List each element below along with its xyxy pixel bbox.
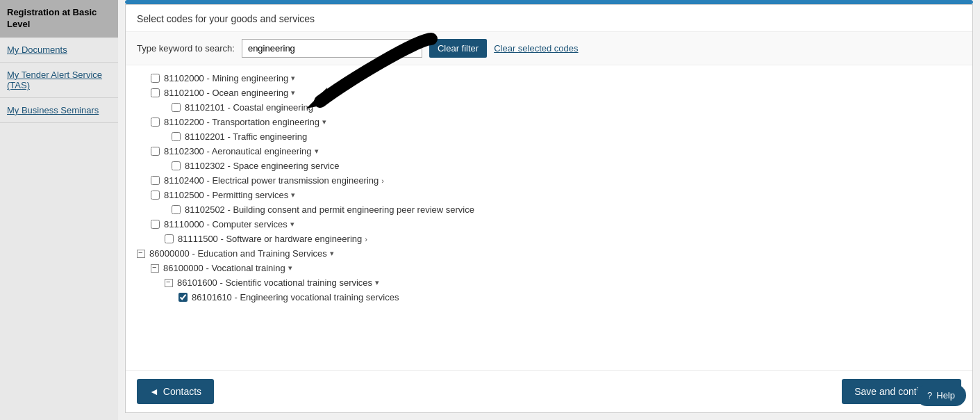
expand-icon-86101600[interactable]: ▾	[375, 278, 379, 287]
tree-item-81111500: 81111500 - Software or hardware engineer…	[137, 232, 961, 246]
expand-icon-81102100[interactable]: ▾	[291, 88, 295, 97]
clear-selected-codes-button[interactable]: Clear selected codes	[494, 43, 578, 54]
checkbox-86101610[interactable]	[178, 293, 188, 302]
section-header: Select codes for your goods and services	[126, 5, 972, 32]
sidebar-item-my-documents[interactable]: My Documents	[0, 38, 118, 63]
sidebar-title: Registration at Basic Level	[0, 0, 118, 38]
tree-item-81102500: 81102500 - Permitting services ▾	[137, 188, 961, 202]
checkbox-81102200[interactable]	[151, 118, 160, 127]
checkbox-81102300[interactable]	[151, 147, 160, 156]
checkbox-81102100[interactable]	[151, 88, 160, 97]
expand-icon-81102300[interactable]: ▾	[315, 147, 319, 156]
clear-filter-button[interactable]: Clear filter	[429, 39, 487, 58]
expand-icon-86100000[interactable]: ▾	[288, 264, 292, 273]
tree-item-81102302: 81102302 - Space engineering service	[137, 159, 961, 173]
search-bar: Type keyword to search: Clear filter Cle…	[126, 32, 972, 65]
sidebar: Registration at Basic Level My Documents…	[0, 0, 118, 420]
search-input[interactable]	[242, 39, 422, 58]
tree-item-81102201: 81102201 - Traffic engineering	[137, 129, 961, 144]
checkbox-81102302[interactable]	[172, 161, 181, 170]
help-circle-icon: ?	[927, 390, 932, 401]
tree-item-81102000: 81102000 - Mining engineering ▾	[137, 71, 961, 86]
tree-item-81102101: 81102101 - Coastal engineering	[137, 100, 961, 115]
tree-item-81102400: 81102400 - Electrical power transmission…	[137, 173, 961, 188]
bottom-bar: ◄ Contacts Save and continue ►	[126, 370, 972, 412]
contacts-label: Contacts	[163, 386, 201, 397]
help-button[interactable]: ? Help	[916, 385, 966, 406]
checkbox-81111500[interactable]	[165, 234, 174, 243]
content-card: Select codes for your goods and services…	[125, 4, 973, 413]
contacts-button[interactable]: ◄ Contacts	[137, 379, 214, 404]
main-content: Select codes for your goods and services…	[118, 0, 980, 420]
collapse-icon-86000000[interactable]	[137, 250, 145, 258]
tree-item-81102200: 81102200 - Transportation engineering ▾	[137, 115, 961, 129]
tree-item-86000000: 86000000 - Education and Training Servic…	[137, 246, 961, 261]
help-label: Help	[936, 390, 955, 401]
checkbox-81102500[interactable]	[151, 191, 160, 200]
checkbox-81102201[interactable]	[172, 132, 181, 141]
checkbox-81102101[interactable]	[172, 103, 181, 112]
tree-item-86101600: 86101600 - Scientific vocational trainin…	[137, 275, 961, 290]
expand-icon-81111500[interactable]: ›	[365, 235, 367, 243]
collapse-icon-86101600[interactable]	[165, 279, 173, 287]
expand-icon-81102000[interactable]: ▾	[291, 74, 295, 83]
expand-icon-81102400[interactable]: ›	[381, 177, 384, 185]
checkbox-81102000[interactable]	[151, 74, 160, 83]
tree-item-81102100: 81102100 - Ocean engineering ▾	[137, 86, 961, 100]
tree-item-86100000: 86100000 - Vocational training ▾	[137, 261, 961, 275]
expand-icon-81110000[interactable]: ▾	[290, 220, 294, 229]
collapse-icon-86100000[interactable]	[151, 264, 159, 273]
tree-item-81102300: 81102300 - Aeronautical engineering ▾	[137, 144, 961, 159]
contacts-arrow-icon: ◄	[149, 386, 159, 397]
expand-icon-86000000[interactable]: ▾	[330, 249, 334, 258]
tree-container: 81102000 - Mining engineering ▾ 81102100…	[126, 65, 972, 370]
tree-item-86101610: 86101610 - Engineering vocational traini…	[137, 290, 961, 305]
checkbox-81102400[interactable]	[151, 176, 160, 185]
checkbox-81102502[interactable]	[172, 205, 181, 214]
expand-icon-81102500[interactable]: ▾	[291, 191, 295, 200]
sidebar-item-my-tender-alert[interactable]: My Tender Alert Service (TAS)	[0, 63, 118, 98]
expand-icon-81102200[interactable]: ▾	[322, 118, 326, 127]
sidebar-item-my-business-seminars[interactable]: My Business Seminars	[0, 98, 118, 123]
search-label: Type keyword to search:	[137, 43, 235, 54]
checkbox-81110000[interactable]	[151, 220, 160, 229]
tree-item-81110000: 81110000 - Computer services ▾	[137, 217, 961, 232]
tree-item-81102502: 81102502 - Building consent and permit e…	[137, 202, 961, 217]
